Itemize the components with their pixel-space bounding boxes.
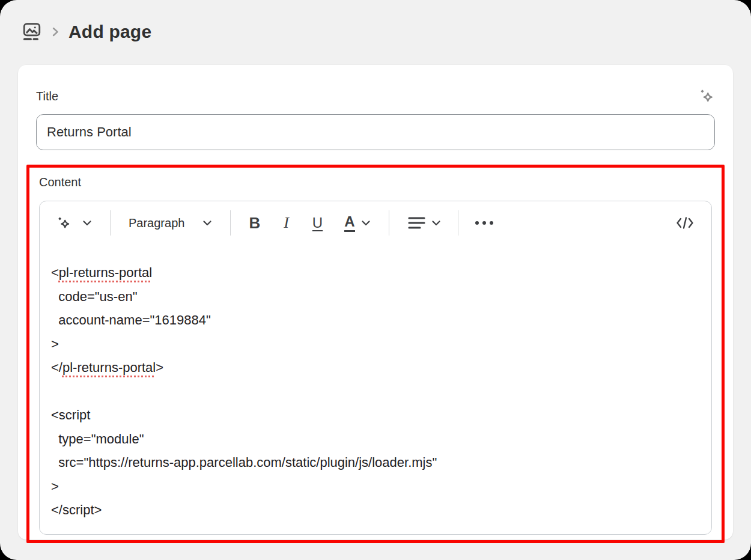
more-dots-icon [482,221,486,225]
text-color-dropdown[interactable]: A [344,215,370,232]
text-color-glyph: A [344,215,354,232]
editor-line: </pl-returns-portal> [51,356,699,380]
content-label-row: Content [39,174,712,190]
paragraph-style-dropdown[interactable]: Paragraph [129,216,212,230]
paragraph-style-label: Paragraph [129,216,184,230]
title-label-row: Title [36,87,715,106]
editor-toolbar: Paragraph B I U A [40,201,711,245]
chevron-down-icon [202,220,212,226]
text-alignment-icon [407,215,427,231]
italic-button[interactable]: I [282,215,291,231]
rich-text-editor: Paragraph B I U A [39,201,712,535]
page-form-card: Title Content [18,65,733,540]
editor-line: <pl-returns-portal [51,261,699,285]
title-input[interactable] [36,114,715,150]
annotation-red-box: Content Paragraph [26,165,725,543]
page-header: Add page [0,0,751,64]
title-label: Title [36,90,58,103]
editor-content-area[interactable]: <pl-returns-portal code="us-en" account-… [40,245,711,534]
italic-glyph: I [282,215,291,231]
editor-line [51,380,699,404]
more-options-button[interactable] [475,221,493,225]
text-alignment-dropdown[interactable] [407,215,441,231]
more-dots-icon [475,221,479,225]
ai-magic-button[interactable] [55,215,71,231]
app-window: Add page Title Content [0,0,751,560]
more-dots-icon [490,221,493,225]
pages-breadcrumb-icon[interactable] [22,22,42,42]
editor-line: <script [51,403,699,427]
editor-line: account-name="1619884" [51,308,699,332]
toolbar-divider [458,210,458,236]
breadcrumb-separator-icon [51,25,59,38]
page-title: Add page [68,22,151,42]
editor-line: > [51,332,699,356]
toolbar-divider [389,210,389,236]
toolbar-divider [110,210,111,236]
toolbar-divider [230,210,231,236]
chevron-down-icon [431,220,441,226]
chevron-down-icon [361,220,371,226]
ai-sparkle-icon[interactable] [697,87,715,105]
code-view-icon [675,215,695,231]
editor-line: > [51,475,699,499]
editor-line: code="us-en" [51,285,699,309]
ai-magic-chevron-down-icon[interactable] [82,220,92,226]
editor-line: </script> [51,498,699,522]
misspelled-word: pl-returns-portal [59,265,152,280]
code-view-button[interactable] [675,215,695,231]
underline-glyph: U [312,216,323,230]
content-label: Content [39,175,81,189]
bold-button[interactable]: B [249,215,260,231]
editor-line: type="module" [51,427,699,451]
bold-glyph: B [249,215,260,231]
underline-button[interactable]: U [312,216,323,230]
editor-line: src="https://returns-app.parcellab.com/s… [51,451,699,475]
misspelled-word: pl-returns-portal [62,360,156,375]
